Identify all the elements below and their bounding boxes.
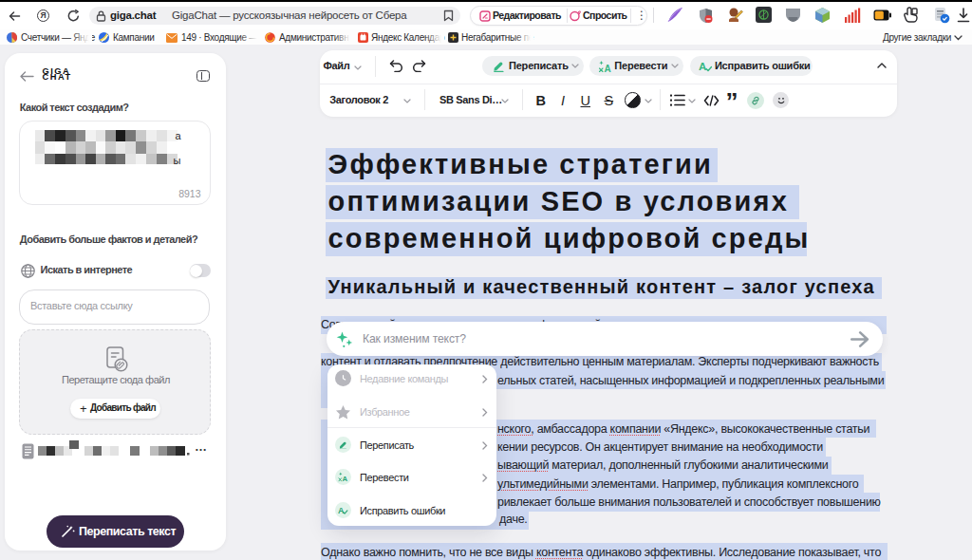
svg-text:A: A — [699, 61, 706, 72]
svg-text:A: A — [605, 64, 611, 73]
svg-text:A: A — [342, 476, 347, 483]
svg-text:A: A — [338, 505, 345, 514]
